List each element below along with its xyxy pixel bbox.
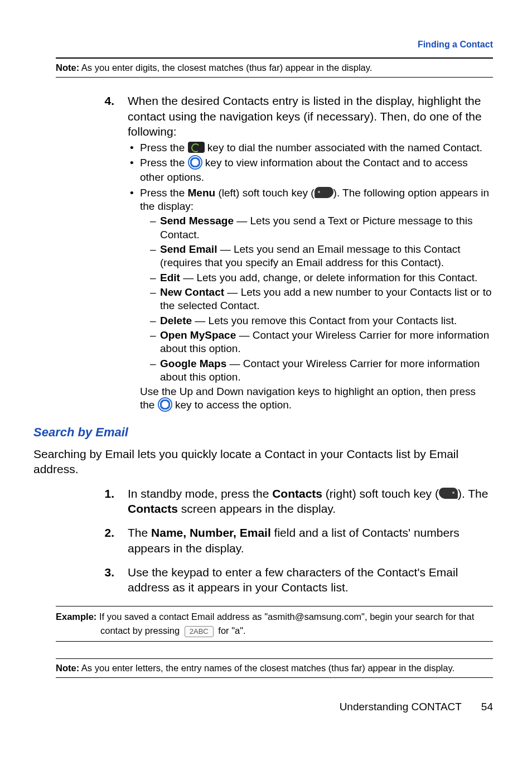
option-delete: Delete — Lets you remove this Contact fr… — [150, 314, 493, 328]
divider — [56, 677, 493, 678]
key-2-icon: 2ABC — [185, 626, 214, 637]
page-number: 54 — [481, 701, 493, 713]
bullet-item: Press the Menu (left) soft touch key ().… — [128, 186, 493, 413]
divider — [56, 77, 493, 78]
menu-label: Menu — [188, 187, 216, 199]
step-text: Use the keypad to enter a few characters… — [128, 565, 493, 595]
example-block: Example: If you saved a contact Email ad… — [56, 610, 493, 638]
step-3: 3. Use the keypad to enter a few charact… — [95, 565, 493, 595]
step-2: 2. The Name, Number, Email field and a l… — [95, 525, 493, 556]
note-block-2: Note: As you enter letters, the entry na… — [56, 662, 493, 674]
note-text: As you enter digits, the closest matches… — [81, 62, 373, 73]
section-name: Understanding CONTACT — [340, 701, 462, 713]
note-label: Note: — [56, 62, 79, 73]
option-send-message: Send Message — Lets you send a Text or P… — [150, 214, 493, 242]
step-number: 1. — [95, 486, 114, 517]
option-edit: Edit — Lets you add, change, or delete i… — [150, 271, 493, 285]
field-label: Name, Number, Email — [151, 526, 271, 539]
option-new-contact: New Contact — Lets you add a new number … — [150, 286, 493, 313]
note-label: Note: — [56, 663, 79, 673]
divider — [56, 606, 493, 606]
step-1: 1. In standby mode, press the Contacts (… — [95, 486, 493, 517]
contacts-label: Contacts — [272, 487, 322, 500]
step-number: 4. — [95, 93, 114, 415]
step-text: When the desired Contacts entry is liste… — [128, 94, 482, 138]
ok-key-icon — [158, 397, 172, 412]
section-heading: Search by Email — [33, 425, 493, 441]
ok-key-icon — [188, 155, 202, 170]
note-text: As you enter letters, the entry names of… — [81, 663, 454, 673]
example-label: Example: — [56, 612, 96, 622]
page-footer: Understanding CONTACT 54 — [56, 700, 493, 714]
option-tail: Use the Up and Down navigation keys to h… — [140, 385, 493, 413]
step-4: 4. When the desired Contacts entry is li… — [95, 93, 493, 415]
breadcrumb: Finding a Contact — [56, 39, 493, 51]
softkey-left-icon — [315, 187, 333, 198]
option-send-email: Send Email — Lets you send an Email mess… — [150, 243, 493, 270]
intro-paragraph: Searching by Email lets you quickly loca… — [33, 446, 493, 477]
step-number: 3. — [95, 565, 114, 595]
option-open-myspace: Open MySpace — Contact your Wireless Car… — [150, 329, 493, 356]
bullet-item: Press the key to dial the number associa… — [128, 141, 493, 155]
note-block: Note: As you enter digits, the closest m… — [56, 62, 493, 74]
bullet-item: Press the key to view information about … — [128, 156, 493, 184]
divider — [56, 641, 493, 642]
softkey-right-icon — [439, 488, 458, 499]
contacts-screen-label: Contacts — [128, 502, 178, 515]
call-key-icon — [188, 142, 205, 153]
example-text: If you saved a contact Email address as … — [99, 612, 474, 622]
divider — [56, 658, 493, 659]
step-number: 2. — [95, 525, 114, 556]
option-google-maps: Google Maps — Contact your Wireless Carr… — [150, 357, 493, 384]
divider — [56, 57, 493, 59]
